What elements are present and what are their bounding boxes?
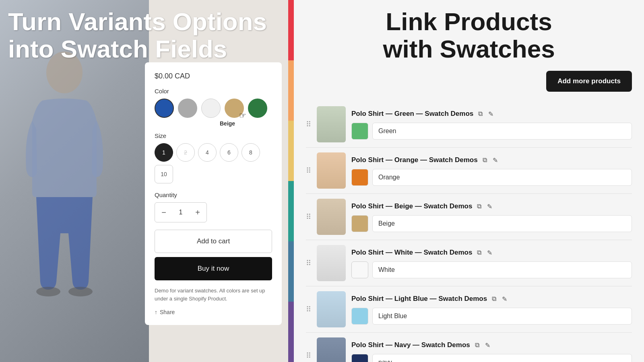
rainbow-segment (288, 181, 294, 241)
product-thumbnail (317, 199, 346, 235)
right-hero-line1: Link Products (386, 8, 552, 35)
size-btn-4[interactable]: 4 (198, 143, 217, 162)
product-card: $0.00 CAD Color ☞ Beige Size 1 2 4 6 8 1… (145, 62, 282, 325)
product-name: Polo Shirt — White — Swatch Demos (351, 249, 472, 257)
quantity-decrease-button[interactable]: − (155, 203, 173, 222)
swatch-name-input[interactable] (372, 308, 632, 325)
swatch-name-input[interactable] (372, 123, 632, 140)
external-link-button[interactable]: ⧉ (476, 248, 482, 257)
product-row: ⠿ Polo Shirt — Navy — Swatch Demos ⧉ ✎ (306, 333, 632, 362)
color-swatch-white[interactable] (201, 99, 221, 118)
size-btn-2[interactable]: 2 (176, 143, 195, 162)
svg-point-2 (68, 287, 93, 296)
swatch-name-input[interactable] (372, 215, 632, 232)
edit-button[interactable]: ✎ (501, 294, 508, 304)
size-btn-6[interactable]: 6 (220, 143, 238, 162)
selected-color-label: Beige (220, 120, 272, 127)
product-info: Polo Shirt — Beige — Swatch Demos ⧉ ✎ (351, 202, 632, 232)
product-thumbnail (317, 337, 346, 362)
product-name-row: Polo Shirt — Light Blue — Swatch Demos ⧉… (351, 294, 632, 304)
external-link-button[interactable]: ⧉ (491, 294, 497, 303)
product-row: ⠿ Polo Shirt — Orange — Swatch Demos ⧉ ✎ (306, 148, 632, 194)
add-to-cart-button[interactable]: Add to cart (155, 230, 272, 253)
svg-point-1 (36, 287, 60, 296)
color-swatch-blue[interactable] (155, 99, 174, 118)
color-swatches: ☞ (155, 99, 272, 118)
buy-now-button[interactable]: Buy it now (155, 257, 272, 280)
right-hero-line2: with Swatches (383, 35, 555, 63)
left-hero-text: Turn Variants Options into Swatch Fields (8, 8, 290, 63)
swatch-color-box (351, 261, 368, 278)
swatch-color-box (351, 123, 368, 140)
drag-handle[interactable]: ⠿ (306, 351, 311, 360)
cursor-icon: ☞ (239, 111, 246, 120)
rainbow-segment (288, 60, 294, 121)
product-name-row: Polo Shirt — Navy — Swatch Demos ⧉ ✎ (351, 341, 632, 350)
product-thumbnail (317, 291, 346, 327)
swatch-name-input[interactable] (372, 169, 632, 186)
size-btn-10[interactable]: 10 (155, 165, 173, 183)
edit-button[interactable]: ✎ (486, 248, 493, 257)
external-link-button[interactable]: ⧉ (474, 341, 480, 350)
quantity-value: 1 (173, 209, 189, 216)
product-info: Polo Shirt — White — Swatch Demos ⧉ ✎ (351, 248, 632, 278)
share-label: Share (160, 309, 175, 315)
size-buttons: 1 2 4 6 8 10 (155, 143, 272, 183)
size-btn-1[interactable]: 1 (155, 143, 173, 162)
external-link-button[interactable]: ⧉ (476, 202, 482, 211)
product-info: Polo Shirt — Green — Swatch Demos ⧉ ✎ (351, 109, 632, 140)
drag-handle[interactable]: ⠿ (306, 259, 311, 267)
product-thumbnail (317, 245, 346, 281)
color-swatch-gray[interactable] (178, 99, 197, 118)
size-btn-8[interactable]: 8 (242, 143, 260, 162)
product-name: Polo Shirt — Green — Swatch Demos (351, 110, 473, 118)
drag-handle[interactable]: ⠿ (306, 212, 311, 221)
edit-button[interactable]: ✎ (486, 202, 493, 211)
product-price: $0.00 CAD (155, 72, 272, 80)
hero-line2: into Swatch Fields (8, 35, 227, 63)
product-name: Polo Shirt — Navy — Swatch Demos (351, 341, 470, 349)
product-name: Polo Shirt — Orange — Swatch Demos (351, 156, 478, 164)
swatch-row (351, 215, 632, 232)
swatch-row (351, 169, 632, 186)
color-label: Color (155, 88, 272, 95)
rainbow-segment (288, 121, 294, 181)
rainbow-segment (288, 302, 294, 362)
person-silhouette (8, 40, 121, 342)
right-panel: Link Products with Swatches Add more pro… (294, 0, 644, 362)
product-name-row: Polo Shirt — Orange — Swatch Demos ⧉ ✎ (351, 156, 632, 165)
quantity-increase-button[interactable]: + (189, 203, 206, 222)
external-link-button[interactable]: ⧉ (477, 109, 483, 118)
edit-button[interactable]: ✎ (487, 109, 494, 119)
swatch-row (351, 354, 632, 362)
swatch-row (351, 308, 632, 325)
swatch-row (351, 123, 632, 140)
add-more-products-button[interactable]: Add more products (546, 71, 632, 92)
drag-handle[interactable]: ⠿ (306, 166, 311, 175)
product-thumbnail (317, 106, 346, 142)
product-row: ⠿ Polo Shirt — Beige — Swatch Demos ⧉ ✎ (306, 194, 632, 240)
left-panel: Turn Variants Options into Swatch Fields… (0, 0, 294, 362)
product-info: Polo Shirt — Orange — Swatch Demos ⧉ ✎ (351, 156, 632, 186)
edit-button[interactable]: ✎ (492, 156, 499, 165)
swatch-color-box (351, 354, 368, 362)
external-link-button[interactable]: ⧉ (482, 156, 488, 165)
edit-button[interactable]: ✎ (484, 341, 491, 350)
color-swatch-beige[interactable]: ☞ (225, 99, 244, 118)
product-name: Polo Shirt — Light Blue — Swatch Demos (351, 295, 487, 303)
demo-text: Demo for variant swatches. All colors ar… (155, 287, 272, 302)
product-info: Polo Shirt — Navy — Swatch Demos ⧉ ✎ (351, 341, 632, 362)
drag-handle[interactable]: ⠿ (306, 120, 311, 129)
share-button[interactable]: ↑ Share (155, 309, 175, 315)
size-label: Size (155, 132, 272, 139)
color-swatch-green[interactable] (248, 99, 267, 118)
swatch-color-box (351, 215, 368, 232)
swatch-name-input[interactable] (372, 261, 632, 278)
product-thumbnail (317, 152, 346, 189)
product-row: ⠿ Polo Shirt — Green — Swatch Demos ⧉ ✎ (306, 101, 632, 148)
product-row: ⠿ Polo Shirt — Light Blue — Swatch Demos… (306, 286, 632, 333)
swatch-name-input[interactable] (372, 354, 632, 362)
rainbow-segment (288, 241, 294, 302)
share-icon: ↑ (155, 309, 157, 315)
drag-handle[interactable]: ⠿ (306, 305, 311, 314)
